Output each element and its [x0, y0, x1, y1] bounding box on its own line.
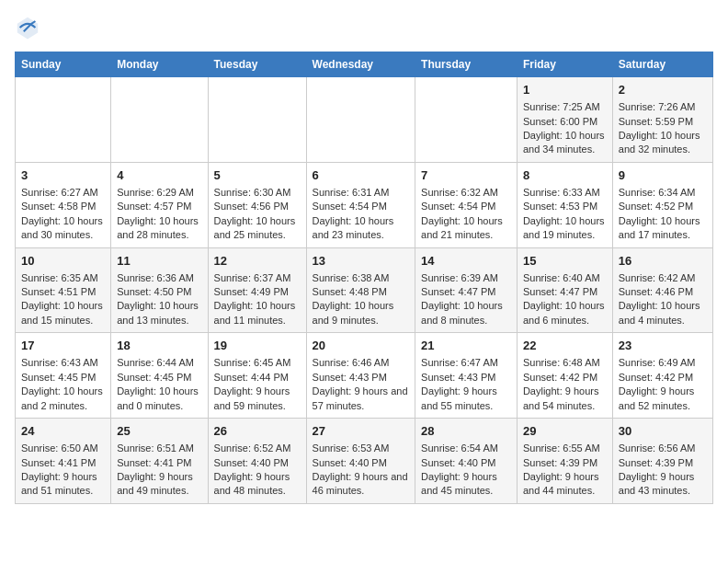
day-number: 14 [421, 253, 511, 270]
day-info: Sunrise: 6:27 AM [21, 186, 105, 200]
day-info: Daylight: 10 hours and 34 minutes. [523, 129, 607, 157]
day-number: 8 [523, 167, 607, 184]
day-info: Sunset: 4:56 PM [214, 200, 301, 213]
day-info: Daylight: 9 hours and 51 minutes. [21, 470, 105, 499]
day-info: Daylight: 9 hours and 48 minutes. [214, 470, 301, 499]
day-info: Sunset: 4:48 PM [313, 285, 410, 299]
day-info: Sunset: 4:40 PM [214, 456, 301, 470]
day-info: Sunrise: 7:26 AM [619, 100, 707, 114]
day-number: 1 [523, 82, 607, 98]
day-info: Daylight: 10 hours and 25 minutes. [214, 214, 301, 243]
day-cell: 17Sunrise: 6:43 AMSunset: 4:45 PMDayligh… [16, 333, 111, 419]
day-cell: 1Sunrise: 7:25 AMSunset: 6:00 PMDaylight… [517, 77, 612, 163]
day-info: Sunset: 4:49 PM [214, 285, 301, 299]
day-info: Sunrise: 6:36 AM [117, 271, 201, 285]
day-cell: 2Sunrise: 7:26 AMSunset: 5:59 PMDaylight… [612, 77, 712, 163]
day-number: 27 [313, 423, 410, 440]
day-cell: 28Sunrise: 6:54 AMSunset: 4:40 PMDayligh… [415, 419, 518, 504]
day-info: Daylight: 10 hours and 32 minutes. [619, 129, 707, 157]
page-header [15, 15, 713, 40]
week-row-1: 1Sunrise: 7:25 AMSunset: 6:00 PMDaylight… [16, 77, 713, 163]
day-number: 4 [117, 167, 201, 184]
day-info: Sunrise: 6:39 AM [421, 271, 511, 285]
day-cell: 12Sunrise: 6:37 AMSunset: 4:49 PMDayligh… [208, 247, 306, 333]
day-info: Daylight: 9 hours and 46 minutes. [313, 470, 410, 499]
day-cell [415, 77, 518, 163]
day-info: Sunrise: 6:37 AM [214, 271, 301, 285]
week-row-5: 24Sunrise: 6:50 AMSunset: 4:41 PMDayligh… [16, 419, 713, 504]
day-info: Daylight: 10 hours and 19 minutes. [523, 214, 607, 243]
day-info: Sunset: 4:45 PM [21, 371, 105, 385]
day-number: 19 [214, 338, 301, 354]
day-info: Sunrise: 6:54 AM [421, 442, 511, 455]
column-header-sunday: Sunday [16, 52, 111, 77]
week-row-4: 17Sunrise: 6:43 AMSunset: 4:45 PMDayligh… [16, 333, 713, 419]
calendar-header: SundayMondayTuesdayWednesdayThursdayFrid… [16, 52, 713, 77]
day-info: Sunset: 4:47 PM [523, 285, 607, 299]
day-info: Sunrise: 6:33 AM [523, 186, 607, 200]
day-cell [306, 77, 415, 163]
day-info: Daylight: 10 hours and 28 minutes. [117, 214, 201, 243]
day-cell [208, 77, 306, 163]
day-info: Daylight: 9 hours and 59 minutes. [214, 385, 301, 413]
day-number: 21 [421, 338, 511, 354]
day-number: 26 [214, 423, 301, 440]
day-info: Daylight: 10 hours and 23 minutes. [313, 214, 410, 243]
day-info: Sunset: 4:41 PM [21, 456, 105, 470]
day-info: Daylight: 10 hours and 21 minutes. [421, 214, 511, 243]
day-info: Sunset: 4:46 PM [619, 285, 707, 299]
day-cell: 23Sunrise: 6:49 AMSunset: 4:42 PMDayligh… [612, 333, 712, 419]
day-number: 28 [421, 423, 511, 440]
day-info: Daylight: 9 hours and 55 minutes. [421, 385, 511, 413]
day-number: 23 [619, 338, 707, 354]
day-cell: 8Sunrise: 6:33 AMSunset: 4:53 PMDaylight… [517, 162, 612, 247]
day-info: Daylight: 9 hours and 49 minutes. [117, 470, 201, 499]
week-row-2: 3Sunrise: 6:27 AMSunset: 4:58 PMDaylight… [16, 162, 713, 247]
day-info: Daylight: 9 hours and 54 minutes. [523, 385, 607, 413]
day-info: Sunrise: 6:55 AM [523, 442, 607, 455]
day-cell [16, 77, 111, 163]
day-info: Sunrise: 6:52 AM [214, 442, 301, 455]
day-info: Daylight: 9 hours and 52 minutes. [619, 385, 707, 413]
day-info: Sunset: 4:42 PM [619, 371, 707, 385]
day-cell: 9Sunrise: 6:34 AMSunset: 4:52 PMDaylight… [612, 162, 712, 247]
day-number: 30 [619, 423, 707, 440]
day-cell: 25Sunrise: 6:51 AMSunset: 4:41 PMDayligh… [111, 419, 208, 504]
day-number: 25 [117, 423, 201, 440]
day-info: Daylight: 10 hours and 15 minutes. [21, 299, 105, 327]
day-cell: 3Sunrise: 6:27 AMSunset: 4:58 PMDaylight… [16, 162, 111, 247]
day-info: Sunrise: 6:46 AM [313, 356, 410, 370]
day-number: 12 [214, 253, 301, 270]
column-header-friday: Friday [517, 52, 612, 77]
column-header-tuesday: Tuesday [208, 52, 306, 77]
day-info: Sunset: 4:44 PM [214, 371, 301, 385]
day-cell [111, 77, 208, 163]
day-cell: 13Sunrise: 6:38 AMSunset: 4:48 PMDayligh… [306, 247, 415, 333]
header-row: SundayMondayTuesdayWednesdayThursdayFrid… [16, 52, 713, 77]
day-info: Sunrise: 6:40 AM [523, 271, 607, 285]
day-info: Sunrise: 6:43 AM [21, 356, 105, 370]
day-number: 15 [523, 253, 607, 270]
logo-icon [15, 15, 40, 40]
day-info: Daylight: 10 hours and 2 minutes. [21, 385, 105, 413]
day-info: Sunset: 4:40 PM [313, 456, 410, 470]
day-info: Sunrise: 6:34 AM [619, 186, 707, 200]
day-number: 13 [313, 253, 410, 270]
day-number: 6 [313, 167, 410, 184]
day-info: Sunset: 4:54 PM [421, 200, 511, 213]
day-info: Sunrise: 6:35 AM [21, 271, 105, 285]
column-header-wednesday: Wednesday [306, 52, 415, 77]
day-info: Sunrise: 6:56 AM [619, 442, 707, 455]
day-number: 16 [619, 253, 707, 270]
day-info: Sunset: 4:39 PM [619, 456, 707, 470]
day-info: Daylight: 10 hours and 9 minutes. [313, 299, 410, 327]
day-info: Sunset: 4:58 PM [21, 200, 105, 213]
day-number: 20 [313, 338, 410, 354]
day-cell: 10Sunrise: 6:35 AMSunset: 4:51 PMDayligh… [16, 247, 111, 333]
day-number: 10 [21, 253, 105, 270]
day-info: Sunrise: 6:42 AM [619, 271, 707, 285]
day-info: Daylight: 9 hours and 57 minutes. [313, 385, 410, 413]
day-cell: 6Sunrise: 6:31 AMSunset: 4:54 PMDaylight… [306, 162, 415, 247]
day-info: Sunset: 4:40 PM [421, 456, 511, 470]
day-info: Daylight: 10 hours and 17 minutes. [619, 214, 707, 243]
